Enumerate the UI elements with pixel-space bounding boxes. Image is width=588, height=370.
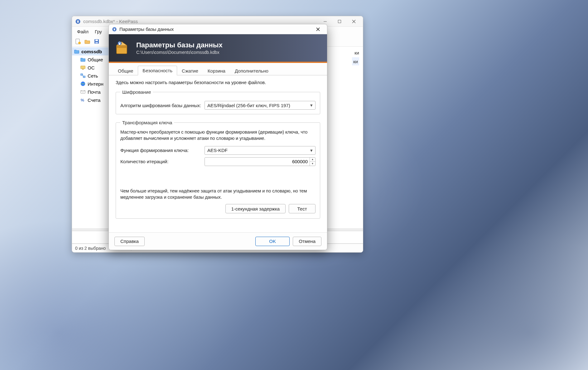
toolbar-save-icon[interactable] xyxy=(93,37,101,45)
svg-rect-24 xyxy=(116,45,127,48)
toolbar-open-icon[interactable] xyxy=(83,37,91,45)
chevron-down-icon: ▾ xyxy=(310,148,313,153)
tab-general[interactable]: Общие xyxy=(113,66,138,75)
one-second-delay-button[interactable]: 1-секундная задержка xyxy=(225,204,286,213)
encryption-algo-value: AES/Rijndael (256-бит ключ, FIPS 197) xyxy=(207,103,290,108)
svg-rect-26 xyxy=(119,43,120,45)
folder-open-icon xyxy=(74,49,80,54)
tree-root-label: comssdb xyxy=(81,49,102,54)
main-window-title: comssdb.kdbx* - KeePass xyxy=(83,19,318,24)
spinner-down-button[interactable]: ▼ xyxy=(310,162,315,166)
folder-icon xyxy=(80,57,86,62)
mail-icon xyxy=(80,89,86,95)
list-cell-fragment: ки xyxy=(352,57,359,65)
iterations-label: Количество итераций: xyxy=(120,159,201,164)
menu-file[interactable]: Файл xyxy=(74,28,92,35)
tab-recycle-bin[interactable]: Корзина xyxy=(203,66,230,75)
tree-item-mail[interactable]: Почта xyxy=(72,88,109,96)
svg-rect-10 xyxy=(95,42,98,43)
tree-item-accounts[interactable]: % Счета xyxy=(72,96,109,104)
globe-icon xyxy=(80,81,86,87)
cancel-button[interactable]: Отмена xyxy=(293,237,321,246)
dialog-header-text: Параметры базы данных C:\Users\comss\Doc… xyxy=(136,41,223,55)
kdf-bottom-note: Чем больше итераций, тем надёжнее защита… xyxy=(120,188,316,201)
tree-item-label: ОС xyxy=(88,65,95,70)
lock-icon xyxy=(112,27,117,32)
svg-rect-3 xyxy=(338,20,341,23)
help-button[interactable]: Справка xyxy=(114,237,145,246)
ok-button[interactable]: OK xyxy=(255,237,290,246)
dialog-tabs: Общие Безопасность Сжатие Корзина Дополн… xyxy=(109,64,327,75)
tree-item-network[interactable]: Сеть xyxy=(72,72,109,80)
dialog-titlebar[interactable]: Параметры базы данных xyxy=(109,24,327,34)
tree-item-os[interactable]: ОС xyxy=(72,64,109,72)
svg-rect-14 xyxy=(83,76,85,78)
svg-rect-20 xyxy=(114,29,115,30)
kdf-top-note: Мастер-ключ преобразуется с помощью функ… xyxy=(120,129,316,142)
dialog-footer: Справка OK Отмена xyxy=(109,232,327,250)
package-lock-icon xyxy=(114,40,131,56)
encryption-algo-label: Алгоритм шифрования базы данных: xyxy=(120,103,201,108)
encryption-group: Шифрование Алгоритм шифрования базы данн… xyxy=(116,89,320,114)
iterations-spinner[interactable]: ▲ ▼ xyxy=(205,157,316,166)
list-cell-fragment: ки xyxy=(354,49,359,57)
tree-item-internet[interactable]: Интерн xyxy=(72,80,109,88)
close-button[interactable] xyxy=(347,17,361,26)
kdf-function-select[interactable]: AES-KDF ▾ xyxy=(205,146,316,155)
group-tree[interactable]: comssdb Общие ОС Сеть Интерн Почта xyxy=(72,47,109,229)
tree-item-general[interactable]: Общие xyxy=(72,55,109,64)
network-icon xyxy=(80,73,86,78)
dialog-heading: Параметры базы данных xyxy=(136,41,223,49)
toolbar-new-icon[interactable] xyxy=(74,37,82,45)
svg-point-7 xyxy=(78,42,81,44)
percent-icon: % xyxy=(80,97,86,103)
tree-item-label: Счета xyxy=(88,97,100,103)
dialog-header-banner: Параметры базы данных C:\Users\comss\Doc… xyxy=(109,34,327,63)
dialog-title: Параметры базы данных xyxy=(119,26,311,32)
dialog-close-button[interactable] xyxy=(311,25,325,34)
kdf-function-value: AES-KDF xyxy=(207,148,228,153)
database-settings-dialog: Параметры базы данных Параметры базы дан… xyxy=(108,24,327,250)
keepass-app-icon xyxy=(75,19,81,24)
tree-root[interactable]: comssdb xyxy=(72,47,109,55)
spinner-up-button[interactable]: ▲ xyxy=(310,158,315,162)
tree-item-label: Почта xyxy=(88,89,101,95)
encryption-legend: Шифрование xyxy=(120,89,153,95)
test-button[interactable]: Тест xyxy=(289,204,316,213)
dialog-subtitle: C:\Users\comss\Documents\comssdb.kdbx xyxy=(136,50,223,55)
menu-group[interactable]: Гру xyxy=(92,28,105,35)
os-icon xyxy=(80,65,86,70)
chevron-down-icon: ▾ xyxy=(310,102,313,108)
svg-rect-12 xyxy=(82,69,84,70)
security-description: Здесь можно настроить параметры безопасн… xyxy=(116,80,320,85)
dialog-content: Здесь можно настроить параметры безопасн… xyxy=(109,75,327,232)
tree-item-label: Сеть xyxy=(88,73,98,78)
svg-rect-1 xyxy=(77,21,79,23)
svg-text:%: % xyxy=(81,98,84,102)
svg-line-15 xyxy=(83,74,83,77)
tree-item-label: Интерн xyxy=(88,81,104,87)
encryption-algo-select[interactable]: AES/Rijndael (256-бит ключ, FIPS 197) ▾ xyxy=(205,101,316,110)
key-transform-group: Трансформация ключа Мастер-ключ преобраз… xyxy=(116,120,320,219)
iterations-input[interactable] xyxy=(205,158,310,166)
svg-rect-11 xyxy=(81,66,85,69)
key-transform-legend: Трансформация ключа xyxy=(120,120,174,125)
tab-security[interactable]: Безопасность xyxy=(138,66,177,75)
svg-rect-9 xyxy=(95,40,98,41)
kdf-function-label: Функция формирования ключа: xyxy=(120,148,201,153)
svg-rect-13 xyxy=(81,74,83,75)
tab-compression[interactable]: Сжатие xyxy=(177,66,203,75)
tab-advanced[interactable]: Дополнительно xyxy=(230,66,273,75)
tree-item-label: Общие xyxy=(88,57,103,62)
maximize-button[interactable] xyxy=(332,17,347,26)
